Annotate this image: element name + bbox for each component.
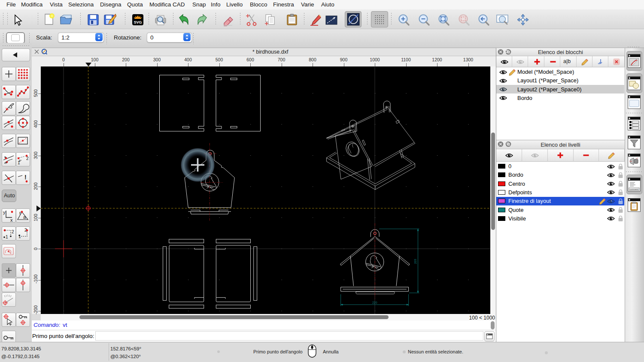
svg-text:!: ! bbox=[24, 174, 27, 181]
svg-text:1: 1 bbox=[6, 235, 8, 239]
svg-text:x: x bbox=[10, 217, 13, 223]
svg-text:2: 2 bbox=[12, 229, 14, 234]
svg-text:220: 220 bbox=[372, 301, 377, 304]
svg-text:SVG: SVG bbox=[134, 20, 142, 24]
svg-text:2: 2 bbox=[24, 228, 27, 232]
svg-text:command: command bbox=[630, 188, 638, 190]
svg-text:y: y bbox=[3, 210, 6, 215]
svg-text:2: 2 bbox=[26, 156, 29, 161]
svg-text:a: a bbox=[23, 214, 26, 220]
svg-text:209: 209 bbox=[414, 259, 417, 264]
svg-text:r: r bbox=[19, 210, 21, 215]
